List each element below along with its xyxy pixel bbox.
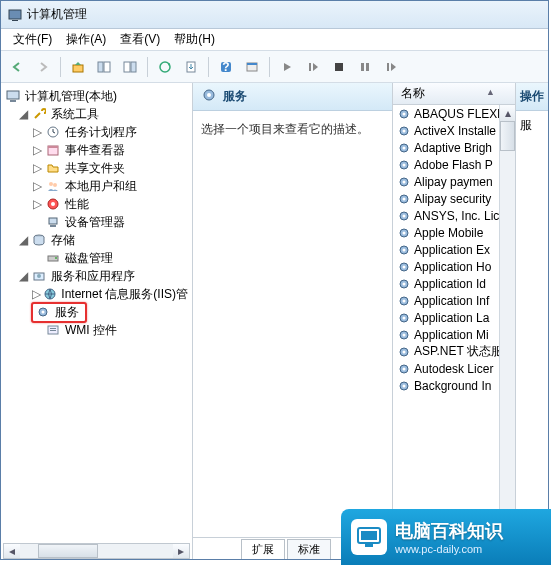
- pause-button[interactable]: [353, 55, 377, 79]
- list-item[interactable]: Alipay paymen: [393, 173, 515, 190]
- list-item[interactable]: ABAQUS FLEXl: [393, 105, 515, 122]
- help-button[interactable]: ?: [214, 55, 238, 79]
- column-header-name[interactable]: 名称 ▲: [393, 83, 515, 105]
- start-button[interactable]: [275, 55, 299, 79]
- expand-icon[interactable]: ▷: [31, 287, 41, 301]
- services-apps-icon: [31, 268, 47, 284]
- tree-task-scheduler[interactable]: ▷ 任务计划程序: [3, 123, 190, 141]
- tree-label: 计算机管理(本地): [23, 88, 119, 105]
- watermark-url: www.pc-daily.com: [395, 543, 503, 555]
- action-pane: 操作 服: [516, 83, 548, 559]
- tree-storage[interactable]: ◢ 存储: [3, 231, 190, 249]
- export-button[interactable]: [179, 55, 203, 79]
- nav-forward-button[interactable]: [31, 55, 55, 79]
- expand-icon[interactable]: ▷: [31, 197, 43, 211]
- tab-extended[interactable]: 扩展: [241, 539, 285, 559]
- tree-iis[interactable]: ▷ Internet 信息服务(IIS)管: [3, 285, 190, 303]
- scroll-left-button[interactable]: ◂: [4, 544, 20, 558]
- detail-pane: 服务 选择一个项目来查看它的描述。 扩展 标准: [193, 83, 393, 559]
- scrollbar-thumb[interactable]: [500, 121, 515, 151]
- iis-icon: [43, 286, 57, 302]
- restart-button[interactable]: [379, 55, 403, 79]
- up-button[interactable]: [66, 55, 90, 79]
- list-item[interactable]: Application La: [393, 309, 515, 326]
- list-item[interactable]: Adobe Flash P: [393, 156, 515, 173]
- list-item[interactable]: Application Inf: [393, 292, 515, 309]
- svg-point-73: [403, 367, 406, 370]
- list-item[interactable]: ANSYS, Inc. Lic: [393, 207, 515, 224]
- svg-point-67: [403, 316, 406, 319]
- scrollbar-thumb[interactable]: [38, 544, 98, 558]
- list-item[interactable]: ASP.NET 状态服: [393, 343, 515, 360]
- tree-local-users[interactable]: ▷ 本地用户和组: [3, 177, 190, 195]
- collapse-icon[interactable]: ◢: [17, 269, 29, 283]
- pause-start-button[interactable]: [301, 55, 325, 79]
- performance-icon: [45, 196, 61, 212]
- tree-label: 性能: [63, 196, 91, 213]
- collapse-icon[interactable]: ◢: [17, 107, 29, 121]
- nav-back-button[interactable]: [5, 55, 29, 79]
- services-list-pane: 名称 ▲ ABAQUS FLEXlActiveX InstalleAdaptiv…: [393, 83, 516, 559]
- svg-rect-77: [361, 531, 377, 540]
- scrollbar-track[interactable]: [500, 121, 515, 527]
- gear-icon: [397, 226, 411, 240]
- list-item[interactable]: Autodesk Licer: [393, 360, 515, 377]
- tree-device-manager[interactable]: ▷ 设备管理器: [3, 213, 190, 231]
- list-item[interactable]: Alipay security: [393, 190, 515, 207]
- properties-button[interactable]: [240, 55, 264, 79]
- svg-point-69: [403, 333, 406, 336]
- svg-rect-6: [131, 62, 136, 72]
- stop-button[interactable]: [327, 55, 351, 79]
- tree-performance[interactable]: ▷ 性能: [3, 195, 190, 213]
- scroll-right-button[interactable]: ▸: [173, 544, 189, 558]
- action-item[interactable]: 服: [520, 117, 544, 134]
- tree-services-apps[interactable]: ◢ 服务和应用程序: [3, 267, 190, 285]
- svg-rect-0: [9, 10, 21, 19]
- tree-root[interactable]: 计算机管理(本地): [3, 87, 190, 105]
- show-hide-action-button[interactable]: [118, 55, 142, 79]
- collapse-icon[interactable]: ◢: [17, 233, 29, 247]
- menu-view[interactable]: 查看(V): [114, 29, 166, 50]
- tree-horizontal-scrollbar[interactable]: ◂ ▸: [3, 543, 190, 559]
- list-item[interactable]: Application Ho: [393, 258, 515, 275]
- list-item[interactable]: ActiveX Installe: [393, 122, 515, 139]
- refresh-button[interactable]: [153, 55, 177, 79]
- gear-icon: [397, 328, 411, 342]
- menu-help[interactable]: 帮助(H): [168, 29, 221, 50]
- list-item[interactable]: Application Mi: [393, 326, 515, 343]
- svg-point-7: [160, 62, 170, 72]
- show-hide-tree-button[interactable]: [92, 55, 116, 79]
- svg-point-23: [49, 182, 53, 186]
- watermark-title: 电脑百科知识: [395, 519, 503, 543]
- tree-wmi[interactable]: ▷ WMI 控件: [3, 321, 190, 339]
- tree-label: 任务计划程序: [63, 124, 139, 141]
- toolbar-separator: [269, 57, 270, 77]
- tree-label: 服务: [53, 304, 81, 321]
- tree-disk-management[interactable]: ▷ 磁盘管理: [3, 249, 190, 267]
- tree-event-viewer[interactable]: ▷ 事件查看器: [3, 141, 190, 159]
- toolbar-separator: [60, 57, 61, 77]
- expand-icon[interactable]: ▷: [31, 179, 43, 193]
- tree-label: 本地用户和组: [63, 178, 139, 195]
- list-vertical-scrollbar[interactable]: ▴ ▾: [499, 105, 515, 543]
- list-item[interactable]: Background In: [393, 377, 515, 394]
- expand-icon[interactable]: ▷: [31, 125, 43, 139]
- scroll-up-button[interactable]: ▴: [500, 105, 515, 121]
- svg-point-55: [403, 214, 406, 217]
- scrollbar-track[interactable]: [20, 544, 173, 558]
- list-item[interactable]: Application Ex: [393, 241, 515, 258]
- menu-file[interactable]: 文件(F): [7, 29, 58, 50]
- svg-point-71: [403, 350, 406, 353]
- tab-standard[interactable]: 标准: [287, 539, 331, 559]
- expand-icon[interactable]: ▷: [31, 143, 43, 157]
- list-item[interactable]: Adaptive Brigh: [393, 139, 515, 156]
- tree-services[interactable]: 服务: [3, 303, 190, 321]
- gear-icon: [397, 243, 411, 257]
- gear-icon: [397, 379, 411, 393]
- tree-shared-folders[interactable]: ▷ 共享文件夹: [3, 159, 190, 177]
- menu-action[interactable]: 操作(A): [60, 29, 112, 50]
- list-item[interactable]: Application Id: [393, 275, 515, 292]
- tree-system-tools[interactable]: ◢ 系统工具: [3, 105, 190, 123]
- expand-icon[interactable]: ▷: [31, 161, 43, 175]
- list-item[interactable]: Apple Mobile: [393, 224, 515, 241]
